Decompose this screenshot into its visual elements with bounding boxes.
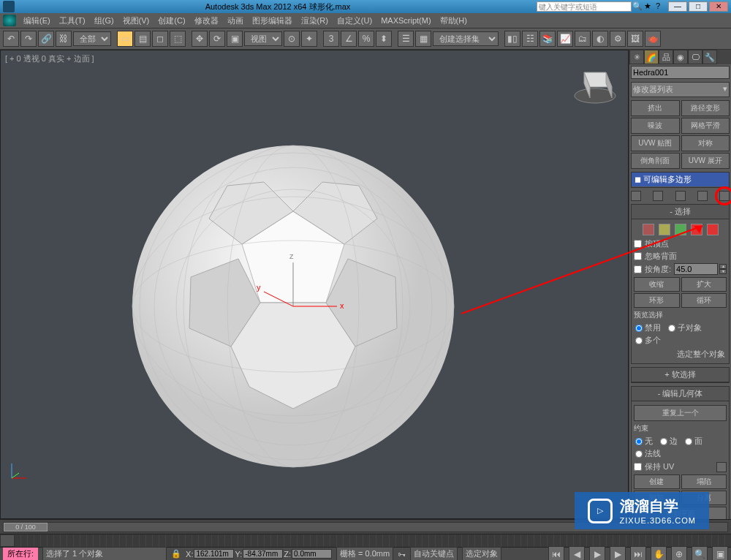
- spinner-snap-button[interactable]: ⬍: [376, 31, 392, 47]
- loop-button[interactable]: 循环: [681, 293, 727, 308]
- material-editor-button[interactable]: ◐: [592, 31, 608, 47]
- key-mode-icon[interactable]: 🗝: [398, 550, 406, 559]
- constraint-edge-radio[interactable]: [660, 438, 667, 445]
- preserve-uv-checkbox[interactable]: [634, 463, 642, 471]
- configure-sets-button[interactable]: [719, 191, 730, 201]
- menu-graph[interactable]: 图形编辑器: [248, 14, 297, 28]
- orbit-view-button[interactable]: ⊕: [671, 546, 687, 561]
- border-mode-icon[interactable]: [675, 224, 686, 235]
- mod-pathdeform[interactable]: 路径变形: [681, 100, 730, 116]
- tab-display[interactable]: 🖵: [688, 50, 702, 64]
- by-vertex-checkbox[interactable]: [634, 240, 642, 248]
- menu-rendering[interactable]: 渲染(R): [297, 14, 333, 28]
- app-menu-icon[interactable]: [3, 15, 16, 26]
- mod-symmetry[interactable]: 对称: [681, 135, 730, 151]
- schematic-button[interactable]: 🗂: [575, 31, 591, 47]
- angle-up-button[interactable]: ▴: [719, 264, 727, 269]
- named-selset-button[interactable]: ▦: [415, 31, 431, 47]
- trackbar-button[interactable]: [0, 534, 15, 547]
- rollout-editgeo-header[interactable]: - 编辑几何体: [632, 387, 729, 401]
- star-icon[interactable]: ★: [644, 1, 654, 12]
- create-button[interactable]: 创建: [634, 474, 680, 489]
- selset-status[interactable]: 选定对象: [462, 547, 501, 560]
- tab-hierarchy[interactable]: 品: [659, 50, 673, 64]
- tab-create[interactable]: ✳: [629, 50, 644, 64]
- rotate-button[interactable]: ⟳: [209, 31, 225, 47]
- ignore-backfacing-checkbox[interactable]: [634, 252, 642, 260]
- maximize-button[interactable]: □: [689, 1, 708, 12]
- unlink-button[interactable]: ⛓: [56, 31, 72, 47]
- menu-edit[interactable]: 编辑(E): [19, 14, 55, 28]
- snap-toggle-button[interactable]: 3: [323, 31, 339, 47]
- preserve-uv-settings-button[interactable]: [716, 462, 727, 472]
- rollout-softsel-header[interactable]: + 软选择: [632, 368, 729, 382]
- viewport[interactable]: [ + 0 透视 0 真实 + 边面 ]: [0, 50, 629, 519]
- shrink-button[interactable]: 收缩: [634, 277, 680, 292]
- goto-start-button[interactable]: ⏮: [548, 546, 564, 561]
- angle-value-field[interactable]: 45.0: [674, 263, 718, 275]
- manipulate-button[interactable]: ✦: [301, 31, 317, 47]
- stack-item-editpoly[interactable]: ◼ 可编辑多边形: [632, 173, 729, 187]
- detach-button[interactable]: 分离: [681, 491, 727, 505]
- tab-utilities[interactable]: 🔧: [702, 50, 717, 64]
- viewcube-icon[interactable]: [569, 58, 621, 109]
- mod-unwrap[interactable]: UVW 展开: [681, 153, 730, 169]
- percent-snap-button[interactable]: %: [358, 31, 374, 47]
- rect-select-button[interactable]: ◻: [152, 31, 168, 47]
- modifier-stack[interactable]: ◼ 可编辑多边形: [631, 172, 730, 188]
- time-slider[interactable]: 0 / 100: [0, 519, 731, 534]
- by-angle-checkbox[interactable]: [634, 265, 642, 273]
- collapse-button[interactable]: 塌陷: [681, 474, 727, 489]
- slice-plane-button[interactable]: 切割平面: [634, 507, 727, 519]
- zoom-view-button[interactable]: 🔍: [692, 546, 708, 561]
- render-frame-button[interactable]: 🖼: [627, 31, 643, 47]
- render-setup-button[interactable]: ⚙: [610, 31, 626, 47]
- attach-button[interactable]: 附加: [634, 491, 680, 505]
- mod-noise[interactable]: 噪波: [631, 118, 680, 134]
- polygon-mode-icon[interactable]: [691, 224, 702, 235]
- pan-view-button[interactable]: ✋: [651, 546, 667, 561]
- preview-sub-radio[interactable]: [668, 325, 675, 332]
- pin-stack-button[interactable]: [631, 191, 641, 201]
- object-name-field[interactable]: Hedra001: [631, 66, 730, 79]
- constraint-none-radio[interactable]: [635, 438, 643, 445]
- menu-animation[interactable]: 动画: [223, 14, 248, 28]
- layers-button[interactable]: 📚: [539, 31, 556, 47]
- x-coord-field[interactable]: 162.101m: [194, 549, 234, 559]
- viewport-label[interactable]: [ + 0 透视 0 真实 + 边面 ]: [5, 53, 94, 64]
- menu-maxscript[interactable]: MAXScript(M): [376, 15, 435, 26]
- close-button[interactable]: ✕: [709, 1, 728, 12]
- grow-button[interactable]: 扩大: [681, 277, 727, 292]
- track-bar[interactable]: [0, 534, 731, 547]
- preview-multi-radio[interactable]: [635, 337, 643, 344]
- tab-motion[interactable]: ◉: [673, 50, 688, 64]
- vertex-mode-icon[interactable]: [643, 224, 654, 235]
- menu-modifiers[interactable]: 修改器: [190, 14, 223, 28]
- autokey-button[interactable]: 自动关键点: [410, 547, 458, 560]
- goto-end-button[interactable]: ⏭: [630, 546, 646, 561]
- undo-button[interactable]: ↶: [3, 31, 19, 47]
- ref-coord-select[interactable]: 视图: [244, 31, 282, 46]
- window-crossing-button[interactable]: ⬚: [170, 31, 186, 47]
- lock-icon[interactable]: 🔒: [171, 549, 181, 559]
- angle-down-button[interactable]: ▾: [719, 269, 727, 274]
- element-mode-icon[interactable]: [707, 224, 719, 235]
- help-icon[interactable]: ?: [656, 1, 666, 12]
- menu-group[interactable]: 组(G): [90, 14, 118, 28]
- render-button[interactable]: 🫖: [645, 31, 661, 47]
- z-coord-field[interactable]: 0.0mm: [292, 549, 332, 559]
- constraint-face-radio[interactable]: [685, 438, 692, 445]
- tab-modify[interactable]: 🌈: [644, 50, 659, 64]
- move-button[interactable]: ✥: [192, 31, 208, 47]
- menu-help[interactable]: 帮助(H): [436, 14, 471, 28]
- modifier-list-dropdown[interactable]: 修改器列表▾: [631, 82, 730, 97]
- select-name-button[interactable]: ▤: [135, 31, 151, 47]
- angle-snap-button[interactable]: ∠: [341, 31, 357, 47]
- constraint-normal-radio[interactable]: [635, 450, 643, 458]
- menu-customize[interactable]: 自定义(U): [333, 14, 376, 28]
- align-button[interactable]: ☷: [522, 31, 538, 47]
- y-coord-field[interactable]: -84.37mm: [243, 549, 283, 559]
- menu-create[interactable]: 创建(C): [154, 14, 189, 28]
- menu-views[interactable]: 视图(V): [118, 14, 154, 28]
- menu-tools[interactable]: 工具(T): [55, 14, 90, 28]
